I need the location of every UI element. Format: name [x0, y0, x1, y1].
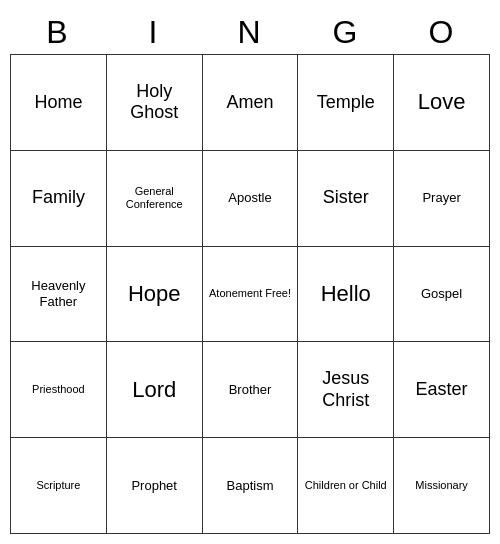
bingo-cell-12: Atonement Free!: [203, 247, 299, 343]
bingo-cell-13: Hello: [298, 247, 394, 343]
header-letter-b: B: [10, 10, 106, 54]
header-letter-i: I: [106, 10, 202, 54]
bingo-cell-0: Home: [11, 55, 107, 151]
bingo-cell-10: Heavenly Father: [11, 247, 107, 343]
bingo-grid: HomeHoly GhostAmenTempleLoveFamilyGenera…: [10, 54, 490, 534]
bingo-cell-2: Amen: [203, 55, 299, 151]
bingo-cell-22: Baptism: [203, 438, 299, 534]
bingo-cell-16: Lord: [107, 342, 203, 438]
bingo-cell-5: Family: [11, 151, 107, 247]
bingo-cell-3: Temple: [298, 55, 394, 151]
bingo-cell-7: Apostle: [203, 151, 299, 247]
header-letter-n: N: [202, 10, 298, 54]
header-letter-o: O: [394, 10, 490, 54]
bingo-cell-14: Gospel: [394, 247, 490, 343]
bingo-cell-6: General Conference: [107, 151, 203, 247]
bingo-cell-23: Children or Child: [298, 438, 394, 534]
bingo-cell-15: Priesthood: [11, 342, 107, 438]
bingo-cell-8: Sister: [298, 151, 394, 247]
bingo-cell-19: Easter: [394, 342, 490, 438]
bingo-card: BINGO HomeHoly GhostAmenTempleLoveFamily…: [10, 10, 490, 534]
bingo-cell-4: Love: [394, 55, 490, 151]
bingo-cell-21: Prophet: [107, 438, 203, 534]
bingo-cell-17: Brother: [203, 342, 299, 438]
bingo-cell-9: Prayer: [394, 151, 490, 247]
bingo-cell-18: Jesus Christ: [298, 342, 394, 438]
bingo-cell-24: Missionary: [394, 438, 490, 534]
header-letter-g: G: [298, 10, 394, 54]
bingo-cell-11: Hope: [107, 247, 203, 343]
bingo-header: BINGO: [10, 10, 490, 54]
bingo-cell-20: Scripture: [11, 438, 107, 534]
bingo-cell-1: Holy Ghost: [107, 55, 203, 151]
